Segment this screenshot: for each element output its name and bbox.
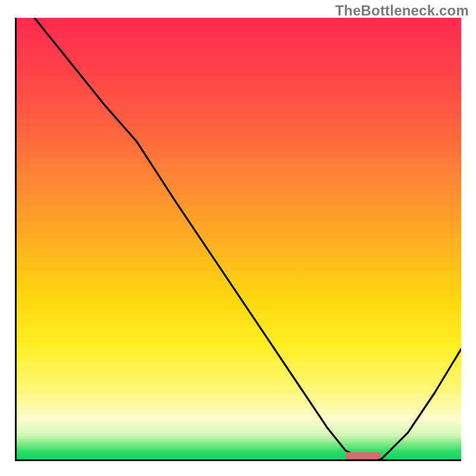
plot-area [15, 18, 461, 461]
optimal-marker [345, 452, 381, 459]
watermark-text: TheBottleneck.com [335, 2, 469, 19]
chart-container: TheBottleneck.com [0, 0, 476, 476]
bottleneck-curve [17, 18, 461, 459]
